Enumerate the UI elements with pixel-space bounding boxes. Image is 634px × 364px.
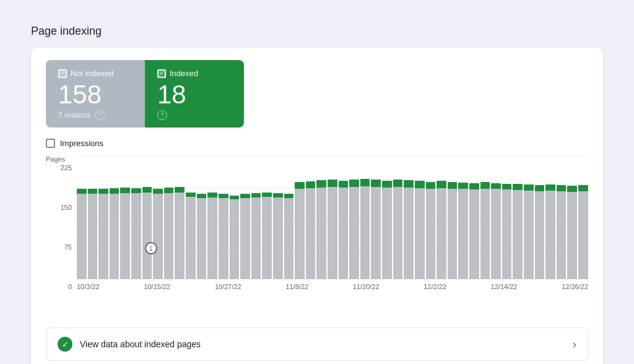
not-indexed-checkbox-icon: [58, 69, 67, 78]
bar-group: [306, 155, 316, 279]
bar-gray: [371, 187, 381, 279]
bar-green: [393, 180, 403, 187]
bar-green: [535, 185, 545, 191]
bar-group: [88, 155, 98, 279]
bar-group: [230, 155, 240, 279]
bar-gray: [415, 188, 425, 280]
bar-gray: [524, 191, 534, 279]
x-label-4: 11/8/22: [285, 283, 308, 290]
x-label-8: 12/26/22: [562, 283, 588, 290]
bar-green: [339, 181, 349, 188]
x-label-3: 10/27/22: [215, 283, 241, 290]
bar-green: [77, 189, 87, 194]
bar-gray: [131, 193, 141, 280]
bar-group: [316, 155, 326, 279]
bar-gray: [306, 188, 316, 280]
bar-green: [328, 180, 337, 187]
bar-group: [415, 155, 425, 279]
bar-gray: [142, 193, 152, 279]
bar-group: [175, 155, 185, 279]
impressions-row[interactable]: Impressions: [46, 139, 588, 148]
bar-green: [578, 185, 588, 191]
indexed-label-row: Indexed: [157, 69, 232, 78]
bar-gray: [436, 188, 446, 280]
bar-green: [153, 189, 163, 194]
not-indexed-help-icon[interactable]: ?: [95, 110, 105, 120]
bar-green: [404, 180, 414, 188]
bars-container: [77, 155, 588, 279]
view-data-button[interactable]: ✓ View data about indexed pages ›: [46, 327, 588, 361]
bar-green: [436, 181, 446, 188]
bar-gray: [513, 190, 523, 279]
bar-green: [469, 183, 479, 190]
bar-green: [448, 182, 458, 189]
bar-group: [186, 155, 196, 279]
bar-gray: [545, 191, 555, 279]
bar-gray: [273, 197, 283, 279]
y-tick-75: 75: [64, 243, 72, 251]
bar-gray: [88, 194, 98, 279]
bar-group: [98, 155, 108, 279]
bar-green: [273, 193, 283, 197]
bar-gray: [219, 198, 228, 280]
bar-group: [502, 155, 512, 279]
bar-green: [164, 188, 174, 193]
page-container: Page indexing Not indexed 158 7 reasons …: [12, 12, 622, 364]
not-indexed-sub: 7 reasons ?: [58, 110, 132, 120]
bar-green: [491, 183, 501, 189]
indexed-help-icon[interactable]: ?: [157, 110, 167, 120]
bar-green: [557, 185, 567, 191]
indexed-value: 18: [157, 80, 232, 109]
bar-green: [219, 194, 228, 198]
bar-gray: [230, 199, 240, 279]
indexed-label: Indexed: [170, 69, 198, 78]
y-axis-label: Pages: [46, 155, 65, 163]
bar-group: [262, 155, 272, 279]
bar-green: [382, 181, 392, 188]
bar-green: [295, 182, 305, 189]
bar-gray: [110, 194, 119, 280]
impressions-checkbox[interactable]: [46, 139, 55, 148]
bar-group: [436, 155, 446, 279]
bar-green: [545, 184, 555, 191]
bar-green: [415, 181, 425, 188]
bar-group: [328, 155, 337, 279]
y-tick-150: 150: [61, 204, 72, 211]
bar-green: [426, 182, 436, 189]
indexed-checkbox-icon: [157, 69, 166, 78]
view-data-label: View data about indexed pages: [80, 339, 201, 349]
bar-green: [131, 188, 141, 193]
bar-gray: [360, 186, 370, 279]
bar-group: [110, 155, 119, 279]
bar-group: [153, 155, 163, 279]
view-data-left: ✓ View data about indexed pages: [58, 337, 201, 352]
green-check-icon: ✓: [58, 337, 72, 352]
bar-group: [284, 155, 294, 279]
bar-gray: [567, 192, 577, 279]
bar-green: [262, 193, 272, 197]
bar-group: [207, 155, 217, 279]
bar-group: [382, 155, 392, 279]
bar-green: [349, 180, 359, 187]
bar-group: [197, 155, 207, 279]
bar-green: [240, 194, 250, 198]
bar-gray: [426, 189, 436, 280]
x-label-7: 12/14/22: [491, 283, 518, 290]
bar-gray: [535, 191, 545, 279]
bar-green: [186, 193, 196, 197]
chart-area: Pages 225 150 75 0: [46, 155, 588, 315]
bar-group: [524, 155, 534, 279]
bar-group: [273, 155, 283, 279]
bar-green: [513, 184, 523, 190]
bar-gray: [98, 194, 108, 280]
bar-group: [578, 155, 588, 279]
bar-gray: [153, 194, 163, 280]
bar-gray: [393, 187, 403, 279]
not-indexed-value: 158: [58, 80, 132, 109]
bar-green: [316, 180, 326, 188]
indexed-box: Indexed 18 ?: [145, 60, 244, 128]
bar-gray: [328, 187, 337, 279]
bar-group: [360, 155, 370, 279]
bar-gray: [469, 189, 479, 279]
bar-gray: [382, 188, 392, 279]
